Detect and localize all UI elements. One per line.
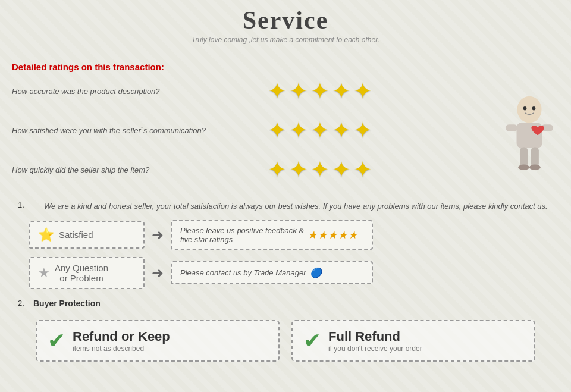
svg-rect-4 — [506, 124, 518, 131]
stars-2: ✦ ✦ ✦ ✦ ✦ — [268, 119, 372, 142]
check-icon-2: ✔ — [303, 328, 321, 353]
mini-star-3: ★ — [328, 228, 337, 242]
rating-row-1: How accurate was the product description… — [12, 77, 488, 105]
robot-figure — [500, 77, 559, 195]
ratings-container: How accurate was the product description… — [0, 77, 571, 195]
buyer-protection-title: Buyer Protection — [33, 299, 101, 308]
list-item-1: 1. We are a kind and honest seller, your… — [18, 200, 553, 289]
question-icon: ★ — [38, 265, 50, 281]
section-title: Detailed ratings on this transaction: — [0, 57, 571, 77]
star-3-2: ✦ — [289, 158, 308, 181]
mini-star-5: ★ — [348, 228, 357, 242]
mini-stars: ★ ★ ★ ★ ★ — [308, 228, 357, 242]
stars-1: ✦ ✦ ✦ ✦ ✦ — [268, 80, 372, 102]
arrow-question: ➜ — [152, 265, 164, 281]
feedback-box-satisfied: ⭐ Satisfied — [29, 221, 145, 249]
mini-star-4: ★ — [338, 228, 347, 242]
star-3-1: ✦ — [268, 158, 287, 181]
star-1-3: ✦ — [310, 80, 330, 102]
feedback-result-text-satisfied: Please leave us positive feedback &five … — [180, 226, 304, 244]
feedback-box-question: ★ Any Questionor Problem — [29, 257, 145, 289]
protection-card-refund-keep: ✔ Refund or Keep items not as described — [36, 320, 280, 362]
feedback-row-satisfied: ⭐ Satisfied ➜ Please leave us positive f… — [29, 220, 553, 250]
buyer-protection: ✔ Refund or Keep items not as described … — [30, 320, 541, 362]
star-1-5: ✦ — [353, 80, 372, 102]
arrow-satisfied: ➜ — [152, 227, 164, 243]
star-3-4: ✦ — [332, 158, 351, 181]
ratings-left: How accurate was the product description… — [12, 77, 488, 195]
rating-row-2: How satisfied were you with the seller`s… — [12, 116, 488, 145]
feedback-result-question: Please contact us by Trade Manager 🔵 — [171, 261, 373, 284]
divider — [12, 52, 559, 52]
svg-point-1 — [523, 106, 527, 111]
star-3-5: ✦ — [353, 158, 372, 181]
star-2-1: ✦ — [268, 119, 287, 142]
svg-point-8 — [518, 165, 529, 170]
satisfied-icon: ⭐ — [38, 227, 54, 243]
protection-title-2: Full Refund — [328, 329, 422, 344]
mini-star-1: ★ — [308, 228, 317, 242]
svg-point-2 — [532, 106, 536, 111]
star-2-5: ✦ — [353, 119, 372, 142]
question-label: Any Questionor Problem — [55, 263, 108, 283]
rating-row-3: How quickly did the seller ship the item… — [12, 155, 488, 184]
protection-text-1: Refund or Keep items not as described — [73, 329, 170, 353]
check-icon-1: ✔ — [48, 328, 65, 353]
list-number-1: 1. — [18, 200, 30, 209]
svg-point-0 — [517, 96, 541, 123]
star-1-1: ✦ — [268, 80, 287, 102]
list-text-1: We are a kind and honest seller, your to… — [44, 200, 548, 213]
figure-svg — [503, 94, 556, 177]
feedback-rows: ⭐ Satisfied ➜ Please leave us positive f… — [29, 220, 553, 289]
feedback-result-text-question: Please contact us by Trade Manager — [180, 268, 306, 277]
list-section: 1. We are a kind and honest seller, your… — [0, 195, 571, 383]
star-2-4: ✦ — [332, 119, 351, 142]
rating-question-1: How accurate was the product description… — [12, 87, 262, 96]
phone-icon: 🔵 — [310, 267, 322, 278]
protection-subtitle-2: if you don't receive your order — [328, 344, 422, 353]
rating-question-3: How quickly did the seller ship the item… — [12, 165, 262, 174]
stars-3: ✦ ✦ ✦ ✦ ✦ — [268, 158, 372, 181]
protection-text-2: Full Refund if you don't receive your or… — [328, 329, 422, 353]
page-title: Service — [0, 6, 571, 35]
protection-title-1: Refund or Keep — [73, 329, 170, 344]
star-3-3: ✦ — [310, 158, 330, 181]
page-subtitle: Truly love coming ,let us make a commitm… — [0, 36, 571, 44]
feedback-result-satisfied: Please leave us positive feedback &five … — [171, 220, 373, 250]
svg-point-9 — [529, 165, 541, 170]
protection-subtitle-1: items not as described — [73, 344, 170, 353]
rating-question-2: How satisfied were you with the seller`s… — [12, 126, 262, 135]
svg-rect-3 — [517, 123, 542, 148]
mini-star-2: ★ — [318, 228, 327, 242]
feedback-row-question: ★ Any Questionor Problem ➜ Please contac… — [29, 257, 553, 289]
page-header: Service Truly love coming ,let us make a… — [0, 0, 571, 47]
list-item-2: 2. Buyer Protection ✔ Refund or Keep ite… — [18, 299, 553, 368]
star-2-3: ✦ — [310, 119, 330, 142]
list-number-2: 2. — [18, 299, 30, 308]
star-1-2: ✦ — [289, 80, 308, 102]
star-2-2: ✦ — [289, 119, 308, 142]
satisfied-label: Satisfied — [59, 230, 93, 240]
star-1-4: ✦ — [332, 80, 351, 102]
protection-card-full-refund: ✔ Full Refund if you don't receive your … — [291, 320, 535, 362]
svg-rect-7 — [531, 148, 539, 167]
svg-rect-6 — [520, 148, 528, 167]
